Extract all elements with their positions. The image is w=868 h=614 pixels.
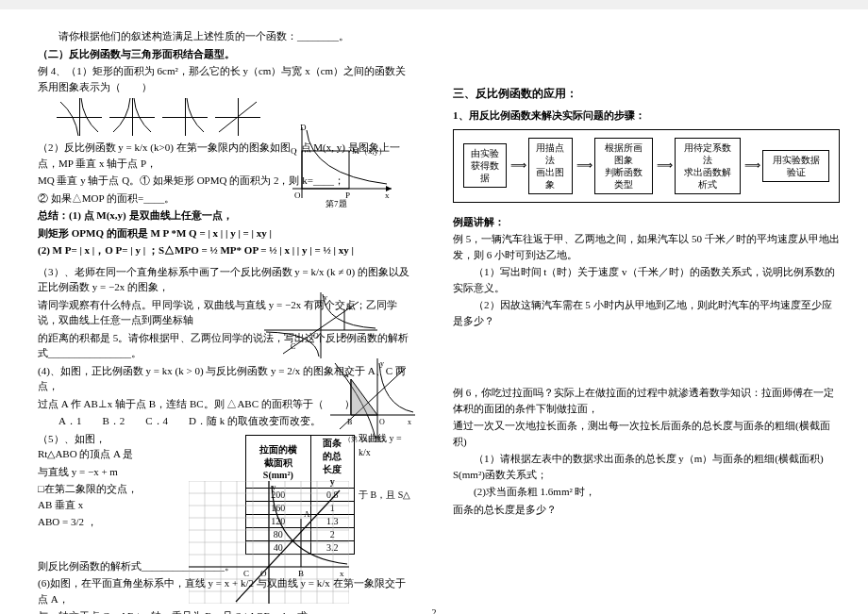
example-6-line-e: 面条的总长度是多少？ <box>453 502 840 518</box>
svg-line-36 <box>236 490 340 602</box>
example-6-line-b: 通过一次又一次地拉长面条，测出每一次拉长后面条的总长度与面条的粗细(横截面积) <box>453 418 840 449</box>
left-column: 请你根据他们的叙述构造满足上述性质的一个函数：________。 （二）反比例函… <box>0 9 434 614</box>
label-x: x <box>385 191 390 200</box>
page: 请你根据他们的叙述构造满足上述性质的一个函数：________。 （二）反比例函… <box>0 9 868 614</box>
label-b6: B <box>298 569 304 578</box>
summary-2: (2) M P= | x |，O P= | y | ；S△MPO = ½ MP*… <box>38 242 411 258</box>
option-graph-a <box>57 98 102 136</box>
option-graph-b <box>109 98 155 136</box>
label-x5: x <box>408 418 411 426</box>
label-a: A <box>346 303 352 311</box>
label-q: Q <box>291 146 297 156</box>
label-c: C <box>291 342 295 351</box>
figure-q7: D Q M（x,y） O P x 第7题 <box>283 123 396 207</box>
figure-ex6: y A C O B x <box>189 481 349 604</box>
figure-ex5: y A B O x （第（5）题） <box>330 358 415 443</box>
flow-box-2: 用描点法 画出图象 <box>528 138 572 194</box>
label-y: y <box>324 293 327 302</box>
label-o5: O <box>379 418 385 426</box>
label-a5: A <box>343 371 349 379</box>
label-c6: C <box>243 569 249 578</box>
summary-1a: 总结：(1) 点 M(x,y) 是双曲线上任意一点， <box>38 207 411 224</box>
label-b5: B <box>347 418 352 426</box>
label-o: O <box>294 191 301 200</box>
arrow-icon: ⟹ <box>576 158 591 173</box>
example-5c: 与直线 y = −x + m <box>38 464 142 480</box>
flow-box-4: 用待定系数法 求出函数解析式 <box>675 138 742 194</box>
label-a6: A <box>304 509 310 519</box>
example-5-line-b: （1）写出时间 t（时）关于速度 v（千米／时）的函数关系式，说明比例系数的实际… <box>453 264 840 295</box>
flow-box-3: 根据所画图象 判断函数类型 <box>594 138 653 194</box>
subsection-3-1: 1、用反比例函数来解决实际问题的步骤： <box>453 108 840 124</box>
example-6-line-a: 例 6，你吃过拉面吗？实际上在做拉面的过程中就渗透着数学知识：拉面师傅在一定体积… <box>453 385 840 416</box>
label-m: M（x,y） <box>352 146 387 156</box>
svg-rect-3 <box>302 151 349 189</box>
label-o6: O <box>260 569 267 578</box>
label-o4: O <box>313 332 319 340</box>
label-d: D <box>300 123 307 132</box>
example-3a: （3）、老师在同一个直角坐标系中画了一个反比例函数 y = k/x (k ≠ 0… <box>38 264 411 295</box>
flowchart: 由实验 获得数据 ⟹ 用描点法 画出图象 ⟹ 根据所画图象 判断函数类型 ⟹ 用… <box>453 129 840 203</box>
label-y5: y <box>380 359 384 368</box>
example-5f: ABO = 3/2 ， <box>38 514 142 530</box>
label-y6: y <box>272 482 276 491</box>
section-3-title: 三、反比例函数的应用： <box>453 85 840 102</box>
example-5a: （5）、如图，Rt△ABO 的顶点 A 是 <box>38 431 142 462</box>
fig5-caption: （第（5）题） <box>344 436 388 443</box>
summary-1b: 则矩形 OPMQ 的面积是 M P *M Q = | x | | y | = |… <box>38 225 411 241</box>
arrow-icon: ⟹ <box>744 158 759 173</box>
label-x4: x <box>370 332 374 340</box>
example-5d: □在第二象限的交点，AB 垂直 x <box>38 481 142 512</box>
option-graph-d <box>215 98 260 136</box>
example-5-line-c: （2）因故这辆汽车需在 5 小时内从甲地到乙地，则此时汽车的平均速度至少应是多少… <box>453 297 840 328</box>
option-graph-c <box>162 98 208 136</box>
example-header: 例题讲解： <box>453 214 840 230</box>
figure-ex4: y A B O C x <box>264 292 377 358</box>
table-header-area: 拉面的横截面积 S(mm²) <box>246 435 311 488</box>
intro-line: 请你根据他们的叙述构造满足上述性质的一个函数：________。 <box>38 28 411 44</box>
figure-caption: 第7题 <box>326 199 347 207</box>
example-4-1: 例 4、（1）矩形的面积为 6cm²，那么它的长 y（cm）与宽 x（cm）之间… <box>38 63 411 94</box>
right-column: 三、反比例函数的应用： 1、用反比例函数来解决实际问题的步骤： 由实验 获得数据… <box>434 9 868 614</box>
example-5e: 于 B，且 S△ <box>359 488 411 502</box>
label-b: B <box>342 332 346 340</box>
subsection-2-title: （二）反比例函数与三角形面积结合题型。 <box>38 46 411 62</box>
arrow-icon: ⟹ <box>657 158 671 173</box>
example-6-line-d: (2)求当面条粗 1.6mm² 时， <box>453 484 840 500</box>
label-x6: x <box>340 569 344 578</box>
arrow-icon: ⟹ <box>510 158 525 173</box>
flow-box-1: 由实验 获得数据 <box>463 143 507 188</box>
example-6b: 与 x 轴交于点 C，AB⊥x 轴，垂足为 B，且 S△AOB = 1。求： <box>38 608 411 614</box>
flow-box-5: 用实验数据验证 <box>762 150 829 182</box>
page-number: 2 <box>432 607 437 614</box>
example-5-line-a: 例 5，一辆汽车往返于甲、乙两地之间，如果汽车以 50 千米／时的平均速度从甲地… <box>453 231 840 262</box>
example-6-line-c: （1）请根据左表中的数据求出面条的总长度 y（m）与面条的粗细(横截面积) S(… <box>453 451 840 482</box>
